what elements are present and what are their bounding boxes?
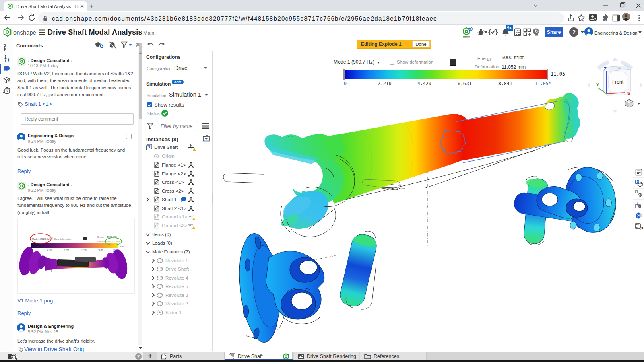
done-button[interactable]: Done (412, 41, 430, 47)
view-cube[interactable]: Front Top Z X Y (585, 55, 644, 115)
graphics-viewport[interactable]: Editing Explode 1 Done Mode 1 (909.7 Hz)… (213, 39, 644, 351)
expand-chevron-icon[interactable] (151, 293, 155, 298)
collapse-chevron-icon[interactable] (145, 250, 150, 254)
tree-mate-drive-shaft[interactable]: Drive Shaft (143, 265, 212, 274)
new-tab-button[interactable]: + (87, 2, 96, 11)
feedback-icon[interactable]: {} (488, 28, 498, 36)
scale-handle-left[interactable] (343, 69, 345, 80)
incontext-button[interactable] (633, 189, 644, 200)
apps-grid-icon[interactable] (523, 28, 531, 36)
tree-section-mate-features[interactable]: Mate Features (7) (143, 248, 212, 256)
tree-item-ground[interactable]: Ground <2> (143, 222, 212, 230)
share-page-icon[interactable] (567, 14, 575, 22)
mode-select-caret[interactable] (377, 62, 380, 64)
release-notes-icon[interactable] (514, 28, 521, 36)
resolve-checkbox[interactable] (126, 134, 132, 139)
scale-tick-max[interactable]: 11.05* (535, 81, 551, 86)
scrollbar-up-arrow[interactable] (139, 52, 142, 54)
window-minimize-button[interactable] (600, 0, 611, 11)
tab-close-icon[interactable] (80, 4, 84, 8)
help-footer-button[interactable]: ? (135, 353, 142, 360)
reply-comment-input[interactable] (21, 113, 134, 125)
comments-scrollbar-thumb[interactable] (139, 43, 142, 119)
expand-chevron-icon[interactable] (151, 310, 155, 315)
tree-section-items[interactable]: Items (0) (143, 230, 212, 239)
deformed-color-swatch[interactable] (450, 59, 456, 66)
tree-item-shaft[interactable]: Shaft 2 <1> (143, 204, 212, 213)
tree-item-ground[interactable]: Ground <1> (143, 213, 212, 221)
tree-mate-revolute-3[interactable]: Revolute 3 (143, 291, 212, 300)
comment-part-tag[interactable]: Shaft 1 <1> (25, 101, 52, 107)
tree-mate-revolute-2[interactable]: Revolute 2 (143, 300, 212, 308)
tab-drive-shaft-rendering[interactable]: Drive Shaft Rendering (294, 352, 359, 360)
configurations-button[interactable] (633, 178, 644, 189)
forward-button[interactable] (17, 14, 25, 22)
comment-attachment-image[interactable]: Mode 1 (7823 Hz) Show deformation Energy… (17, 218, 135, 294)
versions-icon[interactable] (3, 54, 11, 62)
expand-chevron-icon[interactable] (151, 276, 155, 280)
named-views-button[interactable]: (x) (633, 221, 644, 232)
comment-indicator-icon[interactable] (180, 197, 187, 202)
tree-item-cross[interactable]: Cross <2> (143, 187, 212, 195)
scrollbar-down-arrow[interactable] (139, 347, 142, 349)
isometric-view-button[interactable] (624, 99, 634, 108)
new-comment-icon[interactable] (95, 42, 104, 49)
help-caret[interactable] (581, 31, 584, 33)
main-menu-icon[interactable] (39, 29, 46, 35)
filter-comments-icon[interactable] (121, 41, 128, 48)
tree-mate-revolute-4[interactable]: Revolute 4 (143, 274, 212, 282)
parts-list-icon[interactable] (3, 76, 11, 84)
window-close-button[interactable] (633, 0, 644, 11)
tree-mate-revolute-5[interactable]: Revolute 5 (143, 282, 212, 291)
section-view-button[interactable] (633, 200, 644, 210)
tab-search-chevron[interactable] (532, 0, 539, 11)
workspace-name[interactable]: Main (143, 30, 154, 36)
expand-chevron-icon[interactable] (151, 284, 155, 289)
tree-mate-revolute-1[interactable]: Revolute 1 (143, 257, 212, 265)
expand-chevron-icon[interactable] (151, 258, 155, 263)
bookmark-star-icon[interactable] (577, 14, 585, 22)
browser-menu-icon[interactable] (635, 14, 643, 22)
reload-button[interactable] (28, 14, 36, 22)
tab-parts[interactable]: Parts (157, 352, 225, 360)
tab-references[interactable]: References (360, 352, 427, 360)
energy-field[interactable]: 5000 ft*lbf (491, 54, 542, 62)
scale-tick-min[interactable]: 0 (344, 81, 347, 86)
report-bug-caret[interactable] (484, 31, 487, 33)
reply-link[interactable]: Reply (17, 168, 31, 174)
tree-section-loads[interactable]: Loads (0) (143, 239, 212, 247)
reply-link[interactable]: Reply (17, 310, 31, 316)
comments-panel-icon[interactable] (3, 65, 11, 73)
share-button[interactable]: Share (545, 27, 563, 37)
address-bar[interactable]: cad.onshape.com/documents/43b281b6e8183d… (38, 12, 564, 24)
collapse-chevron-icon[interactable] (145, 241, 150, 245)
bom-table-button[interactable] (633, 167, 644, 178)
browser-tab[interactable]: Drive Shaft Modal Analysis | Driv (4, 1, 87, 11)
search-tree-icon[interactable] (8, 353, 19, 361)
help-button[interactable]: ? (569, 27, 578, 37)
onshape-logo-icon[interactable] (2, 27, 12, 37)
extension-avatar-icon[interactable] (589, 13, 597, 21)
scale-handle-right[interactable] (547, 69, 548, 80)
tree-item-drive-shaft[interactable]: Drive Shaft (143, 143, 212, 152)
tree-item-flange[interactable]: Flange <1> (143, 161, 212, 169)
attachment-link[interactable]: V1 Mode 1.png (17, 298, 53, 304)
view-menu-caret[interactable] (637, 103, 640, 105)
filter-comments-caret[interactable] (129, 44, 132, 46)
appearance-button[interactable] (633, 210, 644, 221)
extensions-puzzle-icon[interactable] (601, 14, 609, 22)
tree-item-origin[interactable]: Origin (143, 152, 212, 160)
tree-item-shaft[interactable]: Shaft 1 ... (143, 195, 212, 204)
mode-select[interactable]: Mode 1 (909.7 Hz) (334, 59, 374, 65)
account-caret[interactable] (638, 31, 642, 33)
account-avatar[interactable] (584, 27, 593, 36)
document-panel-icon[interactable] (3, 44, 11, 52)
side-panel-icon[interactable] (612, 14, 620, 22)
result-color-scale[interactable] (345, 70, 547, 79)
account-name[interactable]: Engineering & Design (594, 31, 637, 35)
window-maximize-button[interactable] (617, 0, 628, 11)
onshape-status-icon[interactable] (462, 26, 473, 38)
show-deformation-checkbox[interactable] (390, 60, 394, 65)
create-tab-button[interactable]: + (146, 352, 155, 360)
tree-item-flange[interactable]: Flange <2> (143, 170, 212, 178)
